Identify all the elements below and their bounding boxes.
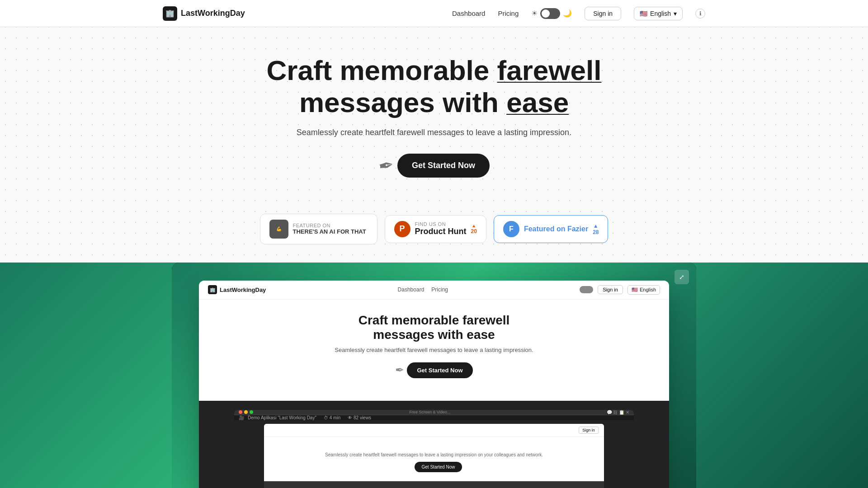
moon-icon: 🌙 xyxy=(563,9,572,18)
chevron-down-icon: ▾ xyxy=(674,10,677,17)
fazier-arrow-icon: ▲ xyxy=(593,223,599,229)
inner-nav-links: Dashboard Pricing xyxy=(398,286,448,293)
nested-nav: LastWorkingDay Dashboard Pricing Sign in xyxy=(264,424,604,437)
inner-subtitle: Seamlessly create heartfelt farewell mes… xyxy=(208,347,660,353)
theme-toggle[interactable]: ☀ 🌙 xyxy=(531,8,572,19)
fazier-count: 28 xyxy=(593,229,599,235)
inner-flag-icon: 🇺🇸 xyxy=(632,287,638,293)
video-player-inner: Free Screen & Video... 💬 ⛓ 📋 ✕ 🎥 Demo Ap… xyxy=(234,410,634,488)
dot-green xyxy=(250,410,253,414)
ph-count-block: ▲ 20 xyxy=(471,223,477,235)
inner-nav-pricing: Pricing xyxy=(431,286,448,293)
inner-theme-toggle xyxy=(580,286,593,293)
video-player-area: Free Screen & Video... 💬 ⛓ 📋 ✕ 🎥 Demo Ap… xyxy=(199,401,669,488)
nested-logo: LastWorkingDay xyxy=(269,427,305,432)
toggle-thumb xyxy=(542,9,550,18)
aifor-logo-icon: 💪 xyxy=(269,220,288,239)
nested-cta-wrapper: ✒ Get Started Now xyxy=(269,462,598,472)
dot-yellow xyxy=(244,410,248,414)
squiggle-icon: ✒ xyxy=(377,154,395,177)
logo-icon: 🏢 xyxy=(163,6,177,21)
inner-nav-dashboard: Dashboard xyxy=(398,286,425,293)
language-selector[interactable]: 🇺🇸 English ▾ xyxy=(634,7,683,20)
badges-row: 💪 FEATURED ON THERE'S AN AI FOR THAT P F… xyxy=(0,214,868,244)
info-icon[interactable]: ℹ xyxy=(695,9,705,19)
toggle-track[interactable] xyxy=(540,8,560,19)
aifor-featured-text: FEATURED ON xyxy=(293,223,366,228)
nested-sign-in[interactable]: Sign in xyxy=(579,427,599,434)
nav-right: Dashboard Pricing ☀ 🌙 Sign in 🇺🇸 English… xyxy=(452,7,705,20)
ph-find-text: FIND US ON xyxy=(415,221,467,227)
inner-cta-button[interactable]: Get Started Now xyxy=(407,362,472,378)
navbar: 🏢 LastWorkingDay Dashboard Pricing ☀ 🌙 S… xyxy=(0,0,868,27)
video-title: Demo Aplikasi "Last Working Day" xyxy=(248,415,316,420)
video-section-wrapper: ⤢ 🏢 LastWorkingDay Dashboard Pricing S xyxy=(0,263,868,488)
video-views: 👁 82 views xyxy=(348,415,371,420)
aifor-content: FEATURED ON THERE'S AN AI FOR THAT xyxy=(293,223,366,235)
video-icon: 🎥 xyxy=(239,415,244,420)
logo-text: LastWorkingDay xyxy=(181,9,245,18)
inner-headline: Craft memorable farewell messages with e… xyxy=(208,313,660,342)
nested-squiggle: ✒ xyxy=(406,463,412,471)
fazier-count-block: ▲ 28 xyxy=(593,223,599,235)
ph-name: Product Hunt xyxy=(415,227,467,236)
browser-dots xyxy=(239,410,253,414)
sun-icon: ☀ xyxy=(531,9,538,18)
ph-arrow-icon: ▲ xyxy=(472,223,476,228)
aifor-badge[interactable]: 💪 FEATURED ON THERE'S AN AI FOR THAT xyxy=(260,214,377,244)
video-meta-bar: 🎥 Demo Aplikasi "Last Working Day" ⏱ 4 m… xyxy=(234,415,634,420)
inner-nav: 🏢 LastWorkingDay Dashboard Pricing Sign … xyxy=(199,281,669,300)
fazier-icon: F xyxy=(503,221,519,237)
producthunt-content: FIND US ON Product Hunt xyxy=(415,221,467,236)
inner-lang-selector: 🇺🇸 English xyxy=(627,285,660,295)
inner-nav-right: Sign in 🇺🇸 English xyxy=(580,285,660,295)
hero-section: Craft memorable farewell messages with e… xyxy=(0,27,868,214)
dot-red xyxy=(239,410,242,414)
inner-headline1: Craft memorable farewell xyxy=(359,313,510,327)
get-started-button[interactable]: Get Started Now xyxy=(397,154,490,178)
language-label: English xyxy=(650,10,671,17)
browser-url: Free Screen & Video... xyxy=(257,410,603,414)
video-inner-frame: 🏢 LastWorkingDay Dashboard Pricing Sign … xyxy=(199,281,669,488)
inner-logo-icon: 🏢 xyxy=(208,285,217,294)
inner-logo-text: LastWorkingDay xyxy=(220,286,266,293)
inner-squiggle-icon: ✒ xyxy=(395,364,404,376)
hero-subtitle: Seamlessly create heartfelt farewell mes… xyxy=(9,128,859,137)
nested-dashboard: Dashboard xyxy=(424,428,443,432)
nested-play-area xyxy=(264,481,604,488)
headline-part1: Craft memorable xyxy=(267,55,497,86)
fazier-label: Featured on Fazier xyxy=(524,225,588,233)
nested-headline: Craft Memorable Farewell Messages with E… xyxy=(269,442,598,450)
headline-part2: messages with xyxy=(299,87,506,118)
video-section: ⤢ 🏢 LastWorkingDay Dashboard Pricing S xyxy=(172,263,696,488)
inner-hero-content: Craft memorable farewell messages with e… xyxy=(199,300,669,401)
ph-count: 20 xyxy=(471,228,477,235)
nested-pricing: Pricing xyxy=(448,428,461,432)
nav-pricing[interactable]: Pricing xyxy=(498,9,519,17)
external-link-icon[interactable]: ⤢ xyxy=(675,270,689,284)
flag-icon: 🇺🇸 xyxy=(640,10,647,17)
inner-lang-text: English xyxy=(640,287,656,292)
hero-cta-wrapper: ✒ Get Started Now xyxy=(9,154,859,178)
video-content-area: LastWorkingDay Dashboard Pricing Sign in xyxy=(234,420,634,488)
nested-cta-btn[interactable]: Get Started Now xyxy=(415,462,462,472)
nav-dashboard[interactable]: Dashboard xyxy=(452,9,485,17)
inner-logo: 🏢 LastWorkingDay xyxy=(208,285,266,294)
fazier-badge[interactable]: F Featured on Fazier ▲ 28 xyxy=(494,215,609,243)
hero-headline: Craft memorable farewell messages with e… xyxy=(9,54,859,119)
headline-farewell: farewell xyxy=(497,55,602,86)
inner-sign-in-btn[interactable]: Sign in xyxy=(598,285,623,294)
browser-controls: 💬 ⛓ 📋 ✕ xyxy=(607,410,629,415)
producthunt-badge[interactable]: P FIND US ON Product Hunt ▲ 20 xyxy=(385,215,486,243)
headline-ease: ease xyxy=(506,87,569,118)
nested-frame: LastWorkingDay Dashboard Pricing Sign in xyxy=(264,424,604,488)
video-duration: ⏱ 4 min xyxy=(324,415,340,420)
nested-subtitle: Seamlessly create heartfelt farewell mes… xyxy=(269,452,598,457)
aifor-title-text: THERE'S AN AI FOR THAT xyxy=(293,228,366,235)
video-outer-bg: ⤢ 🏢 LastWorkingDay Dashboard Pricing S xyxy=(172,263,696,488)
inner-cta-wrapper: ✒ Get Started Now xyxy=(208,362,660,378)
nested-hero: Craft Memorable Farewell Messages with E… xyxy=(264,437,604,481)
browser-bar: Free Screen & Video... 💬 ⛓ 📋 ✕ xyxy=(234,410,634,415)
sign-in-button[interactable]: Sign in xyxy=(585,7,621,20)
logo[interactable]: 🏢 LastWorkingDay xyxy=(163,6,245,21)
